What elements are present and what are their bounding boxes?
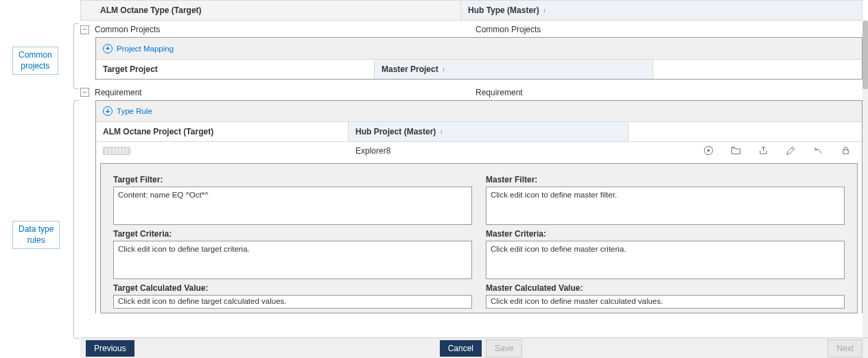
sub-header-target-project[interactable]: Target Project [96, 60, 375, 79]
sort-asc-icon: ↑ [440, 128, 443, 136]
collapse-icon[interactable]: − [80, 25, 89, 34]
add-type-rule-button[interactable]: + Type Rule [103, 106, 152, 116]
sub-header-rule-target[interactable]: ALM Octane Project (Target) [96, 122, 349, 141]
rule-master-cell: Explorer8 [349, 143, 629, 159]
scrollbar[interactable] [863, 21, 868, 337]
action-bar-type-rule: + Type Rule [96, 101, 862, 123]
edit-icon[interactable] [785, 145, 796, 156]
master-filter-box[interactable]: Click edit icon to define master filter. [486, 187, 845, 225]
section-target-label: Requirement [95, 88, 142, 97]
main-area: ALM Octane Type (Target) Hub Type (Maste… [80, 0, 863, 337]
save-button: Save [486, 339, 522, 357]
master-criteria-box[interactable]: Click edit icon to define master criteri… [486, 241, 845, 279]
callout-data-type-rules: Data type rules [12, 221, 60, 249]
callout-common-projects: Common projects [12, 47, 58, 75]
header-target[interactable]: ALM Octane Type (Target) [81, 1, 461, 20]
svg-rect-2 [843, 150, 848, 154]
sub-header-rule-master[interactable]: Hub Project (Master) ↑ [349, 122, 629, 141]
next-button: Next [828, 339, 863, 357]
type-header-row: ALM Octane Type (Target) Hub Type (Maste… [80, 0, 863, 21]
sub-header-master-project[interactable]: Master Project ↑ [375, 60, 653, 79]
add-project-mapping-button[interactable]: + Project Mapping [103, 44, 174, 53]
scroll-thumb[interactable] [863, 21, 868, 89]
callout-box: Common projects [12, 47, 58, 75]
master-calc-label: Master Calculated Value: [486, 283, 845, 293]
requirement-box: + Type Rule ALM Octane Project (Target) … [95, 100, 863, 314]
svg-marker-1 [707, 149, 710, 152]
target-criteria-label: Target Criteria: [113, 229, 472, 239]
master-filter-label: Master Filter: [486, 175, 845, 184]
plus-circle-icon: + [103, 106, 113, 116]
play-icon[interactable] [703, 145, 714, 156]
master-calc-box[interactable]: Click edit icon to define master calcula… [486, 295, 845, 309]
section-common-projects: − Common Projects Common Projects [80, 22, 863, 37]
bracket-rules [73, 100, 79, 339]
rule-row[interactable]: Explorer8 [96, 141, 862, 159]
redacted-text [103, 147, 130, 155]
footer-bar: Previous Cancel Save Next [80, 337, 868, 358]
folder-icon[interactable] [730, 145, 741, 156]
undo-icon[interactable] [812, 145, 823, 156]
collapse-icon[interactable]: − [80, 88, 89, 97]
lock-icon[interactable] [840, 145, 851, 156]
section-master-label: Requirement [476, 88, 523, 97]
target-criteria-box[interactable]: Click edit icon to define target criteri… [113, 241, 472, 279]
plus-circle-icon: + [103, 44, 113, 53]
rule-sub-header: ALM Octane Project (Target) Hub Project … [96, 122, 862, 141]
export-icon[interactable] [758, 145, 769, 156]
section-target-label: Common Projects [95, 25, 160, 34]
action-bar-project-mapping: + Project Mapping [96, 38, 862, 60]
rule-toolbar [629, 142, 862, 160]
master-criteria-label: Master Criteria: [486, 229, 845, 239]
target-filter-box[interactable]: Content: name EQ ^Oct*^ [113, 187, 472, 225]
target-filter-label: Target Filter: [113, 175, 472, 184]
section-requirement: − Requirement Requirement [80, 85, 863, 100]
common-projects-box: + Project Mapping Target Project Master … [95, 37, 863, 80]
target-calc-label: Target Calculated Value: [113, 283, 472, 293]
sort-asc-icon: ↑ [543, 7, 546, 14]
bracket-common [73, 23, 79, 89]
sort-asc-icon: ↑ [442, 66, 445, 73]
cancel-button[interactable]: Cancel [440, 340, 482, 357]
previous-button[interactable]: Previous [86, 340, 134, 357]
rule-target-cell [96, 143, 349, 158]
section-master-label: Common Projects [476, 25, 541, 34]
project-sub-header: Target Project Master Project ↑ [96, 60, 862, 79]
header-master[interactable]: Hub Type (Master) ↑ [461, 1, 862, 20]
rule-detail-panel: Target Filter: Content: name EQ ^Oct*^ M… [100, 163, 858, 313]
target-calc-box[interactable]: Click edit icon to define target calcula… [113, 295, 472, 309]
callout-box: Data type rules [12, 221, 60, 249]
